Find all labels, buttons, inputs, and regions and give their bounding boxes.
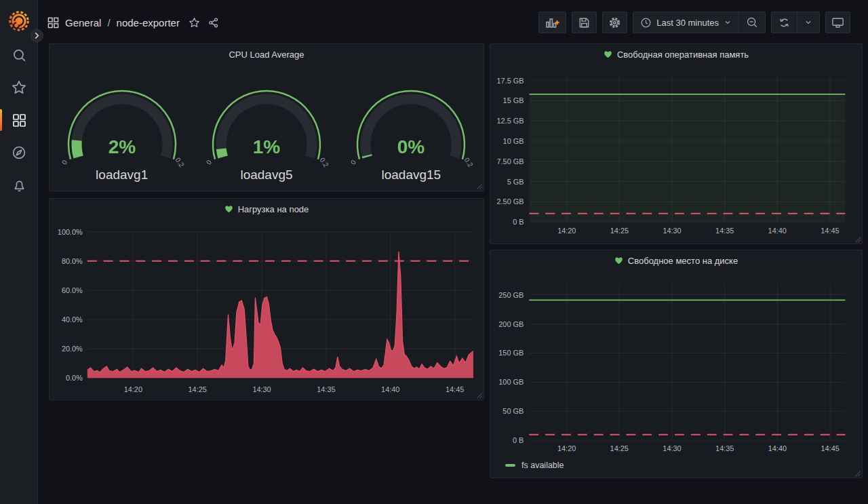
y-tick-label: 0 B — [513, 218, 524, 226]
save-icon — [578, 16, 591, 29]
panel-title-text: Нагрузка на node — [238, 204, 309, 214]
node-load-chart[interactable]: 14:2014:2514:3014:3514:4014:450.0%20.0%4… — [50, 199, 484, 400]
x-tick-label: 14:20 — [557, 227, 576, 235]
panel-free-disk: Свободное место на диске 14:2014:2514:30… — [490, 250, 863, 478]
star-outline-icon — [189, 17, 200, 28]
gauge-loadavg1: 2%00.2 loadavg1 — [50, 71, 194, 182]
save-dashboard-button[interactable] — [572, 12, 597, 33]
gauge-value: 0% — [397, 136, 425, 157]
y-tick-label: 10 GB — [503, 137, 524, 145]
share-dashboard-button[interactable] — [208, 17, 219, 28]
x-tick-label: 14:30 — [663, 444, 681, 452]
y-tick-label: 12.5 GB — [497, 117, 524, 125]
x-tick-label: 14:40 — [381, 385, 399, 393]
sidebar-item-explore[interactable] — [0, 139, 38, 166]
grafana-logo-icon — [9, 11, 29, 31]
apps-grid-icon — [47, 17, 59, 28]
y-tick-label: 17.5 GB — [497, 77, 524, 85]
dashboards-grid-icon — [12, 113, 26, 128]
y-tick-label: 150 GB — [498, 349, 524, 357]
panel-title[interactable]: Свободное место на диске — [490, 250, 862, 271]
sidebar-item-alerting[interactable] — [0, 172, 38, 199]
panel-title[interactable]: Нагрузка на node — [50, 199, 484, 219]
x-tick-label: 14:45 — [446, 385, 464, 393]
legend-swatch — [505, 464, 515, 467]
sidebar-expand-button[interactable] — [31, 29, 43, 42]
chevron-down-icon — [724, 18, 732, 26]
legend-item-fs-available[interactable]: fs available — [505, 461, 564, 470]
y-tick-label: 100.0% — [58, 228, 83, 236]
gauge-loadavg5: 1%00.2 loadavg5 — [194, 71, 338, 182]
y-tick-label: 40.0% — [62, 315, 83, 324]
active-indicator-bar — [0, 109, 2, 131]
gauge-arc: 0%00.2 — [347, 71, 475, 173]
gauge-min-label: 0 — [60, 159, 68, 166]
sidebar-item-dashboards[interactable] — [0, 106, 38, 134]
y-tick-label: 100 GB — [498, 378, 524, 386]
y-tick-label: 7.50 GB — [497, 157, 524, 166]
sidebar-item-starred[interactable] — [0, 74, 38, 101]
chevron-down-icon — [804, 18, 812, 26]
alert-ok-heart-icon — [604, 50, 612, 58]
x-tick-label: 14:20 — [557, 444, 576, 452]
clock-icon — [640, 17, 652, 28]
series-area — [87, 252, 473, 378]
y-tick-label: 0.0% — [66, 374, 83, 382]
panel-resize-handle[interactable] — [477, 393, 482, 398]
time-range-label: Last 30 minutes — [656, 18, 719, 28]
refresh-interval-picker[interactable] — [797, 12, 819, 33]
free-disk-chart[interactable]: 14:2014:2514:3014:3514:4014:450 B50 GB10… — [490, 250, 862, 478]
panel-resize-handle[interactable] — [855, 471, 861, 476]
x-tick-label: 14:25 — [610, 227, 629, 235]
search-icon — [12, 48, 26, 62]
cycle-view-mode-button[interactable] — [825, 12, 850, 33]
time-range-picker[interactable]: Last 30 minutes — [633, 12, 738, 33]
x-tick-label: 14:25 — [610, 444, 629, 452]
tv-monitor-icon — [831, 16, 844, 29]
panel-title[interactable]: Свободная оперативная память — [490, 44, 862, 64]
gauge-min-label: 0 — [205, 159, 213, 166]
gear-icon — [608, 16, 621, 29]
panel-title[interactable]: CPU Load Average — [50, 44, 484, 64]
panel-cpu-load-average: CPU Load Average 2%00.2 loadavg1 1%00.2 … — [49, 43, 484, 191]
dashboard-grid: CPU Load Average 2%00.2 loadavg1 1%00.2 … — [38, 43, 868, 504]
x-tick-label: 14:35 — [715, 227, 734, 235]
y-tick-label: 250 GB — [498, 291, 524, 299]
y-tick-label: 2.50 GB — [497, 197, 524, 206]
panel-node-load: Нагрузка на node 14:2014:2514:3014:3514:… — [49, 198, 484, 400]
zoom-out-time-button[interactable] — [738, 12, 765, 33]
compass-icon — [12, 145, 26, 160]
gauge-arc: 1%00.2 — [202, 71, 331, 173]
y-tick-label: 60.0% — [62, 286, 83, 294]
x-tick-label: 14:45 — [821, 444, 839, 452]
breadcrumb-dashboard[interactable]: node-exporter — [117, 17, 180, 28]
gauge-max-label: 0.2 — [174, 156, 185, 168]
x-tick-label: 14:40 — [768, 444, 787, 452]
panel-free-ram: Свободная оперативная память 14:2014:251… — [490, 43, 863, 244]
dashboard-settings-button[interactable] — [602, 12, 627, 33]
panel-resize-handle[interactable] — [477, 184, 482, 189]
gauge-label: loadavg15 — [381, 168, 441, 182]
alert-ok-heart-icon — [614, 256, 623, 265]
breadcrumb-folder[interactable]: General — [65, 17, 101, 28]
sidebar-item-search[interactable] — [0, 41, 38, 69]
y-tick-label: 200 GB — [498, 320, 524, 328]
add-panel-button[interactable] — [538, 12, 566, 33]
panel-resize-handle[interactable] — [855, 237, 861, 242]
x-tick-label: 14:45 — [821, 227, 839, 235]
grafana-logo[interactable] — [9, 11, 29, 31]
x-tick-label: 14:25 — [189, 385, 207, 393]
share-alt-icon — [208, 17, 219, 28]
gauges-row: 2%00.2 loadavg1 1%00.2 loadavg5 0%00.2 l… — [50, 71, 484, 182]
refresh-dashboard-button[interactable] — [772, 12, 797, 33]
star-dashboard-button[interactable] — [189, 17, 200, 28]
y-tick-label: 0 B — [513, 436, 524, 444]
bell-icon — [12, 178, 26, 193]
free-ram-chart[interactable]: 14:2014:2514:3014:3514:4014:450 B2.50 GB… — [490, 44, 862, 244]
add-panel-icon — [545, 15, 560, 31]
gauge-max-label: 0.2 — [463, 156, 475, 168]
x-tick-label: 14:30 — [663, 227, 681, 235]
legend-label: fs available — [521, 461, 564, 470]
gauge-max-label: 0.2 — [319, 156, 330, 168]
gauge-arc: 2%00.2 — [58, 71, 186, 173]
